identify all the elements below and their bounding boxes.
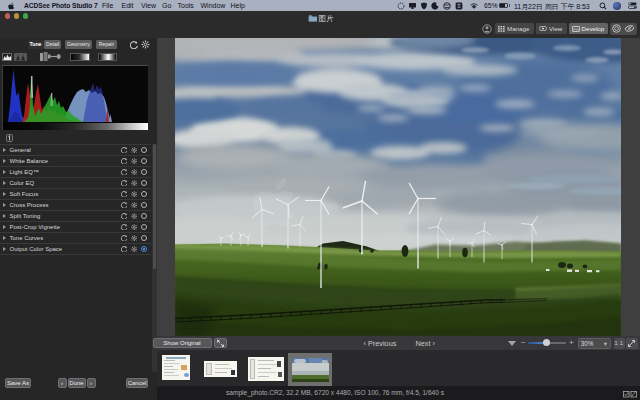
svg-text:Q157537193: Q157537193 <box>297 204 349 214</box>
